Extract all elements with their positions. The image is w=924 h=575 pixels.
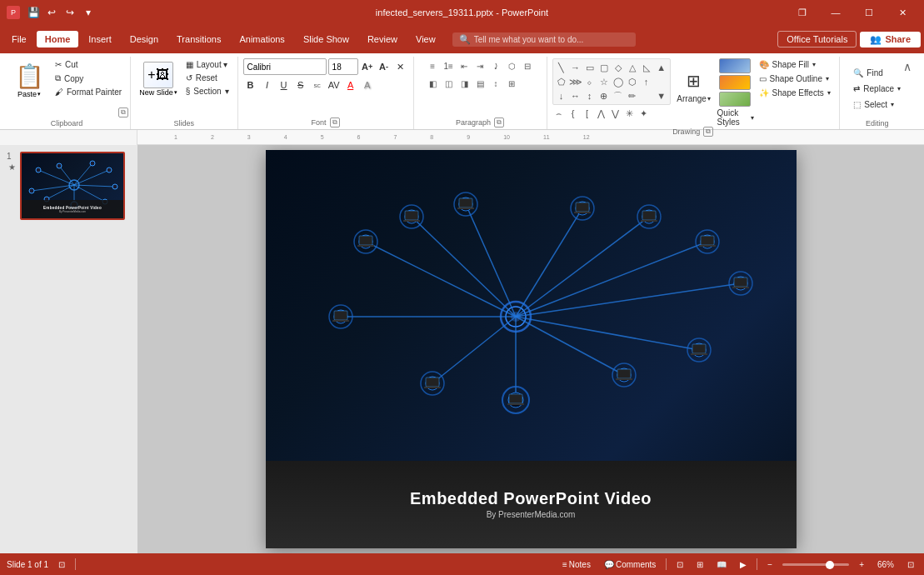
- normal-view-button[interactable]: ⊡: [673, 558, 687, 571]
- decrease-font-button[interactable]: A-: [377, 59, 392, 74]
- shape-quad-arrow[interactable]: ⊕: [597, 89, 611, 102]
- shape-line[interactable]: ╲: [555, 61, 568, 74]
- line-spacing-button[interactable]: ↕: [488, 76, 503, 91]
- shapes-more-down[interactable]: ▼: [655, 89, 668, 102]
- shape-up-arrow[interactable]: ↑: [640, 75, 653, 88]
- menu-animations[interactable]: Animations: [231, 31, 292, 48]
- bold-button[interactable]: B: [243, 78, 258, 92]
- numbering-button[interactable]: 1≡: [441, 58, 456, 73]
- menu-file[interactable]: File: [3, 31, 35, 48]
- align-center-button[interactable]: ◫: [441, 76, 456, 91]
- menu-design[interactable]: Design: [122, 31, 167, 48]
- shape-up-down-arrow[interactable]: ↕: [583, 89, 597, 102]
- slide-thumbnail-1[interactable]: Embedded PowerPoint Video By PresenterMe…: [20, 152, 125, 220]
- small-caps-button[interactable]: sc: [310, 78, 325, 92]
- undo-button[interactable]: ↩: [43, 4, 60, 21]
- menu-review[interactable]: Review: [359, 31, 406, 48]
- paste-button[interactable]: 📋 Paste ▾: [8, 58, 50, 102]
- font-name-input[interactable]: [243, 58, 327, 75]
- zoom-slider[interactable]: [782, 563, 849, 566]
- shape-ellipse[interactable]: ◯: [612, 75, 625, 88]
- customize-qat-button[interactable]: ▾: [80, 4, 97, 21]
- office-tutorials-button[interactable]: Office Tutorials: [777, 31, 857, 48]
- font-size-input[interactable]: [328, 58, 358, 75]
- maximize-button[interactable]: ☐: [854, 3, 884, 22]
- shape-right-triangle[interactable]: ◺: [640, 61, 653, 74]
- layout-button[interactable]: ▦Layout ▾: [182, 58, 232, 71]
- font-color-button[interactable]: A: [343, 78, 358, 92]
- shape-custom3[interactable]: ✳: [623, 107, 637, 120]
- underline-button[interactable]: U: [277, 78, 292, 92]
- shape-diamond[interactable]: ◇: [612, 61, 625, 74]
- zoom-level-button[interactable]: 66%: [874, 558, 897, 571]
- shape-chevron[interactable]: ⋙: [569, 75, 582, 88]
- fit-to-window-button[interactable]: ⊡: [904, 558, 917, 571]
- replace-button[interactable]: ⇄ Replace ▾: [848, 82, 906, 96]
- slide-sorter-button[interactable]: ⊞: [693, 558, 707, 571]
- shape-effects-button[interactable]: ✨ Shape Effects ▾: [756, 87, 834, 99]
- text-shadow-button[interactable]: A: [360, 78, 375, 92]
- shape-curve[interactable]: ⌒: [612, 89, 625, 102]
- shape-fill-button[interactable]: 🎨 Shape Fill ▾: [756, 58, 834, 71]
- align-right-button[interactable]: ◨: [457, 76, 472, 91]
- shape-rect[interactable]: ▭: [583, 61, 597, 74]
- shape-triangle[interactable]: △: [626, 61, 639, 74]
- menu-home[interactable]: Home: [37, 31, 79, 48]
- canvas-area[interactable]: Embedded PowerPoint Video By PresenterMe…: [137, 145, 924, 553]
- shape-round-rect[interactable]: ▢: [597, 61, 611, 74]
- convert-to-smartart-button[interactable]: ⬡: [504, 58, 519, 73]
- format-painter-button[interactable]: 🖌Format Painter: [52, 86, 125, 98]
- notes-button[interactable]: ≡ Notes: [559, 558, 594, 571]
- shape-callout[interactable]: ⬦: [583, 75, 597, 88]
- close-button[interactable]: ✕: [887, 3, 917, 22]
- redo-button[interactable]: ↪: [62, 4, 78, 21]
- font-expand[interactable]: ⧉: [330, 118, 340, 128]
- decrease-indent-button[interactable]: ⇤: [457, 58, 472, 73]
- shape-arc[interactable]: ⌢: [552, 107, 566, 120]
- char-spacing-button[interactable]: AV: [327, 78, 342, 92]
- minimize-button[interactable]: —: [821, 3, 851, 22]
- zoom-in-button[interactable]: +: [856, 558, 867, 571]
- new-slide-button[interactable]: +🖼 New Slide ▾: [136, 58, 181, 100]
- shape-star[interactable]: ☆: [597, 75, 611, 88]
- shape-custom1[interactable]: ⋀: [595, 107, 608, 120]
- shape-left-right-arrow[interactable]: ↔: [569, 89, 582, 102]
- shape-arrow-right[interactable]: →: [569, 61, 582, 74]
- zoom-thumb[interactable]: [826, 561, 834, 569]
- copy-button[interactable]: ⧉Copy: [52, 72, 125, 85]
- reset-button[interactable]: ↺Reset: [182, 72, 232, 84]
- para-extra-button[interactable]: ⊞: [504, 76, 519, 91]
- section-button[interactable]: §Section ▾: [182, 85, 232, 98]
- text-direction-button[interactable]: ⤸: [488, 58, 503, 73]
- slideshow-button[interactable]: ▶: [737, 558, 750, 571]
- quick-styles-label[interactable]: Quick Styles ▾: [717, 108, 754, 127]
- menu-transitions[interactable]: Transitions: [168, 31, 229, 48]
- save-button[interactable]: 💾: [25, 4, 42, 21]
- reading-view-button[interactable]: 📖: [713, 558, 730, 571]
- shape-outline-button[interactable]: ▭ Shape Outline ▾: [756, 72, 834, 85]
- shape-custom4[interactable]: ✦: [637, 107, 651, 120]
- align-left-button[interactable]: ◧: [425, 76, 440, 91]
- slide-number-display-button[interactable]: ⊡: [55, 558, 68, 571]
- bullets-button[interactable]: ≡: [425, 58, 440, 73]
- strikethrough-button[interactable]: S: [293, 78, 308, 92]
- shape-pentagon[interactable]: ⬠: [555, 75, 568, 88]
- italic-button[interactable]: I: [260, 78, 275, 92]
- shape-down-arrow[interactable]: ↓: [555, 89, 568, 102]
- ribbon-collapse-button[interactable]: ∧: [903, 60, 912, 73]
- shape-freeform[interactable]: ✏: [626, 89, 639, 102]
- paragraph-expand[interactable]: ⧉: [494, 118, 504, 128]
- share-button[interactable]: 👥 Share: [860, 32, 921, 48]
- arrange-button[interactable]: ⊞ Arrange ▾: [672, 58, 716, 115]
- cut-button[interactable]: ✂Cut: [52, 58, 125, 71]
- select-button[interactable]: ⬚ Select ▾: [848, 98, 906, 112]
- shape-brace[interactable]: {: [567, 107, 580, 120]
- increase-font-button[interactable]: A+: [360, 59, 375, 74]
- justify-button[interactable]: ▤: [472, 76, 487, 91]
- cols-button[interactable]: ⊟: [520, 58, 535, 73]
- shape-bracket[interactable]: [: [581, 107, 594, 120]
- clear-format-button[interactable]: ✕: [393, 59, 408, 74]
- clipboard-expand[interactable]: ⧉: [118, 108, 128, 118]
- restore-button[interactable]: ❐: [787, 3, 817, 22]
- menu-insert[interactable]: Insert: [80, 31, 120, 48]
